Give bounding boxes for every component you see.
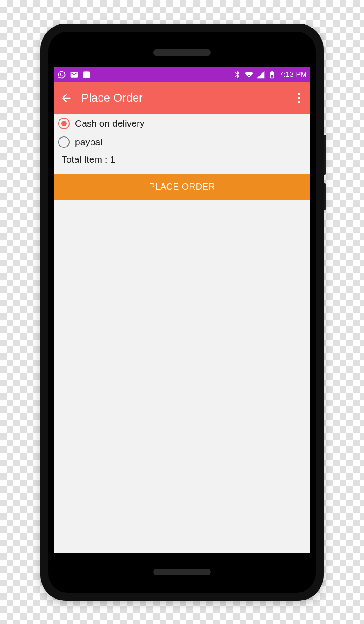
back-button[interactable] [59, 91, 73, 105]
gmail-icon [70, 70, 79, 79]
payment-option-label: paypal [75, 137, 103, 147]
radio-unselected-icon [58, 136, 70, 148]
phone-side-button [324, 135, 326, 175]
payment-option-paypal[interactable]: paypal [54, 133, 310, 151]
status-time: 7:13 PM [279, 71, 307, 79]
signal-icon [256, 70, 265, 79]
arrow-left-icon [60, 92, 72, 104]
radio-selected-icon [58, 118, 70, 129]
status-right: 7:13 PM [233, 70, 307, 79]
place-order-button[interactable]: PLACE ORDER [54, 174, 310, 200]
bluetooth-icon [233, 70, 242, 79]
phone-speaker-bottom [153, 569, 211, 575]
phone-frame: 7:13 PM Place Order Cash on d [40, 24, 324, 601]
payment-option-cod[interactable]: Cash on delivery [54, 114, 310, 133]
dots-vertical-icon [298, 93, 300, 95]
status-left [57, 70, 91, 79]
phone-bezel: 7:13 PM Place Order Cash on d [48, 32, 316, 593]
payment-option-label: Cash on delivery [75, 118, 144, 129]
app-bar: Place Order [54, 82, 310, 114]
battery-icon [268, 70, 277, 79]
wifi-icon [245, 70, 253, 79]
overflow-menu-button[interactable] [293, 90, 305, 106]
screen: 7:13 PM Place Order Cash on d [54, 67, 310, 553]
phone-side-button [324, 183, 326, 210]
whatsapp-icon [57, 70, 66, 79]
page-title: Place Order [81, 91, 285, 105]
status-bar: 7:13 PM [54, 67, 310, 82]
clipboard-icon [82, 70, 91, 79]
content-area: Cash on delivery paypal Total Item : 1 P… [54, 114, 310, 553]
phone-speaker [153, 49, 211, 56]
total-items-label: Total Item : 1 [54, 151, 310, 171]
